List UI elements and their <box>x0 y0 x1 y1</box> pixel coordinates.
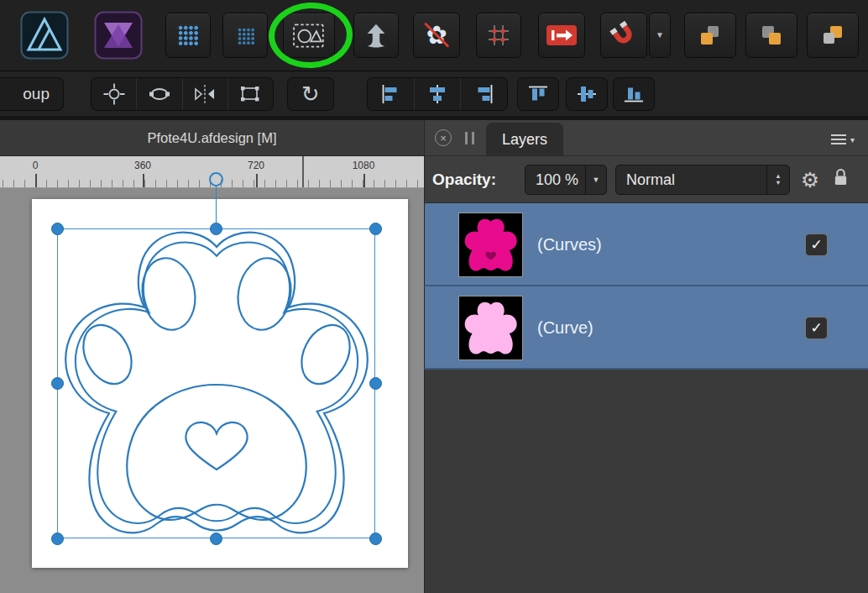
affinity-designer-app-icon[interactable] <box>20 11 69 60</box>
arrange-front-icon <box>820 23 845 48</box>
selection-handle-bottom-center[interactable] <box>210 533 222 545</box>
pixel-grid-toggle-button[interactable] <box>222 13 268 58</box>
panel-divider-icon <box>465 132 474 144</box>
lock-icon <box>833 168 849 187</box>
selection-handle-bottom-right[interactable] <box>369 533 382 545</box>
align-middle-v-button[interactable] <box>566 77 608 111</box>
rotate-button[interactable]: ↻ <box>287 77 334 111</box>
selection-handle-mid-right[interactable] <box>369 377 382 390</box>
gear-icon: ⚙ <box>801 170 819 191</box>
layer-label: (Curves) <box>537 203 602 286</box>
snapping-options-dropdown[interactable]: ▼ <box>649 13 671 58</box>
canvas-area[interactable] <box>0 188 424 593</box>
snap-grid-button[interactable] <box>476 13 521 58</box>
arrow-up-ornament-icon <box>362 21 390 50</box>
grid-toggle-button[interactable] <box>165 13 211 58</box>
layers-tab-label: Layers <box>502 131 547 149</box>
layer-thumbnail[interactable] <box>458 213 523 277</box>
insert-target-button[interactable] <box>538 13 585 58</box>
layer-row-curve[interactable]: (Curve) ✓ <box>424 286 868 370</box>
ornament-arrow-button[interactable] <box>353 13 399 58</box>
flip-horizontal-icon <box>193 82 217 106</box>
document-title: Pfote4U.afdesign [M] <box>147 130 276 146</box>
opacity-value: 100 % <box>526 171 585 189</box>
rotation-handle[interactable] <box>209 172 223 186</box>
ruler-tick-label: 720 <box>248 160 264 171</box>
rotate-icon: ↻ <box>301 83 320 105</box>
selection-handle-bottom-left[interactable] <box>51 533 64 545</box>
close-icon: × <box>440 132 447 144</box>
ruler-major-tick <box>256 174 258 187</box>
ruler-major-tick <box>35 174 37 187</box>
transform-handles-icon <box>238 82 262 106</box>
selection-handle-top-right[interactable] <box>369 223 382 235</box>
anchor-point-button[interactable] <box>92 78 137 110</box>
chevron-down-icon: ▼ <box>656 31 664 39</box>
layer-thumbnail[interactable] <box>458 296 523 360</box>
highlighted-toolbar-button[interactable] <box>283 13 335 58</box>
arrange-back-one-button[interactable] <box>684 13 736 58</box>
align-center-h-icon <box>426 83 448 105</box>
opacity-caret-icon: ▼ <box>585 165 606 194</box>
check-icon: ✓ <box>810 236 822 254</box>
selection-handle-mid-left[interactable] <box>51 377 64 390</box>
red-arrow-icon <box>546 24 578 46</box>
lock-layer-button[interactable] <box>833 168 849 191</box>
stepper-down-icon: ▼ <box>775 180 781 186</box>
blend-mode-dropdown[interactable]: Normal ▲ ▼ <box>615 165 790 195</box>
close-panel-button[interactable]: × <box>435 129 452 146</box>
selection-handle-top-center[interactable] <box>210 223 222 235</box>
align-bottom-button[interactable] <box>613 77 655 111</box>
magnet-icon <box>609 21 638 50</box>
blend-stepper-icons: ▲ ▼ <box>766 165 789 194</box>
arrange-to-front-button[interactable] <box>807 13 859 58</box>
ruler-tick-label: 360 <box>134 160 151 171</box>
layer-visibility-checkbox[interactable]: ✓ <box>805 234 828 256</box>
layers-panel-empty-area[interactable] <box>424 370 868 593</box>
menu-caret-icon: ▾ <box>850 135 855 144</box>
layers-panel-tabbar: × Layers ▾ <box>424 120 868 156</box>
photo-logo-icon <box>94 11 143 60</box>
horizontal-align-group <box>367 77 508 111</box>
light-pink-paw-thumbnail <box>459 296 522 359</box>
opacity-dropdown[interactable]: 100 % ▼ <box>525 165 607 195</box>
ruler-major-tick <box>143 174 144 187</box>
flip-horizontal-button[interactable] <box>183 78 228 110</box>
align-middle-v-icon <box>576 83 598 105</box>
align-center-h-button[interactable] <box>415 78 462 110</box>
align-left-button[interactable] <box>368 78 415 110</box>
document-titlebar[interactable]: Pfote4U.afdesign [M] <box>0 120 424 156</box>
snapping-toggle-button[interactable] <box>600 13 647 58</box>
panel-menu-button[interactable]: ▾ <box>831 132 855 147</box>
layer-visibility-checkbox[interactable]: ✓ <box>805 317 828 339</box>
transform-bounds-button[interactable] <box>228 78 273 110</box>
crosshair-circle-icon <box>102 82 126 106</box>
align-bottom-icon <box>623 83 645 105</box>
tab-layers[interactable]: Layers <box>486 123 563 156</box>
pink-paw-thumbnail <box>459 213 522 276</box>
group-button[interactable]: oup <box>0 77 64 111</box>
small-grid-icon <box>237 27 254 45</box>
red-dot-grid-icon <box>484 21 513 50</box>
show-nodes-button[interactable] <box>137 78 182 110</box>
grid-icon <box>177 24 199 46</box>
align-top-button[interactable] <box>517 77 559 111</box>
layer-settings-button[interactable]: ⚙ <box>797 167 823 192</box>
ellipse-nodes-icon <box>148 82 171 106</box>
paw-outline-artwork[interactable] <box>57 228 376 538</box>
affinity-photo-app-icon[interactable] <box>94 11 143 60</box>
layer-row-curves[interactable]: (Curves) ✓ <box>424 203 868 286</box>
context-toolbar: oup <box>0 71 868 116</box>
effects-disabled-button[interactable]: ✿ <box>413 13 460 58</box>
ruler-major-tick <box>363 174 365 187</box>
opacity-label: Opacity: <box>432 156 496 203</box>
align-left-icon <box>379 83 401 105</box>
arrange-forward-one-button[interactable] <box>745 13 797 58</box>
layers-panel-controls: Opacity: 100 % ▼ Normal ▲ ▼ ⚙ <box>424 156 868 203</box>
check-icon: ✓ <box>810 319 822 337</box>
designer-logo-icon <box>20 11 69 60</box>
align-right-button[interactable] <box>461 78 507 110</box>
blend-mode-value: Normal <box>616 171 766 189</box>
selection-handle-top-left[interactable] <box>51 223 64 235</box>
align-top-icon <box>527 83 549 105</box>
